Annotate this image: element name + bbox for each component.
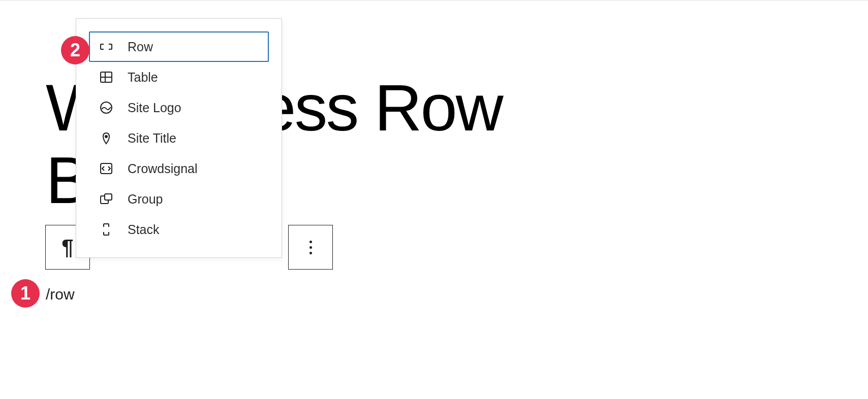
block-option-label: Row (128, 40, 153, 54)
table-icon (98, 69, 114, 85)
slash-command-text: /row (46, 286, 75, 303)
block-option-label: Group (128, 192, 163, 207)
block-option-stack[interactable]: Stack (89, 214, 269, 245)
block-option-crowdsignal[interactable]: Crowdsignal (89, 153, 269, 184)
annotation-badge-1: 1 (11, 279, 40, 308)
more-vertical-icon (309, 241, 312, 254)
crowdsignal-icon (98, 160, 114, 177)
site-title-icon (98, 130, 114, 146)
block-option-label: Crowdsignal (128, 161, 198, 176)
paragraph-icon: ¶ (61, 235, 73, 259)
block-option-site-title[interactable]: Site Title (89, 123, 269, 153)
block-option-row[interactable]: Row (89, 31, 269, 62)
block-inserter-popover: Row Table Site Logo Site Title (76, 18, 282, 258)
annotation-number: 2 (70, 40, 80, 61)
stack-icon (98, 221, 114, 238)
annotation-badge-2: 2 (61, 36, 89, 64)
block-option-label: Table (128, 70, 158, 85)
svg-point-4 (105, 135, 108, 138)
row-icon (98, 39, 114, 55)
slash-command-input[interactable]: /row (46, 286, 75, 303)
svg-rect-7 (105, 194, 112, 200)
block-option-table[interactable]: Table (89, 62, 269, 92)
annotation-number: 1 (20, 283, 30, 304)
more-options-button[interactable] (288, 225, 333, 270)
block-option-label: Stack (128, 222, 160, 237)
block-option-label: Site Title (128, 131, 176, 146)
block-option-site-logo[interactable]: Site Logo (89, 92, 269, 123)
site-logo-icon (98, 99, 114, 116)
block-option-label: Site Logo (128, 101, 181, 115)
block-option-group[interactable]: Group (89, 184, 269, 214)
group-icon (98, 191, 114, 207)
